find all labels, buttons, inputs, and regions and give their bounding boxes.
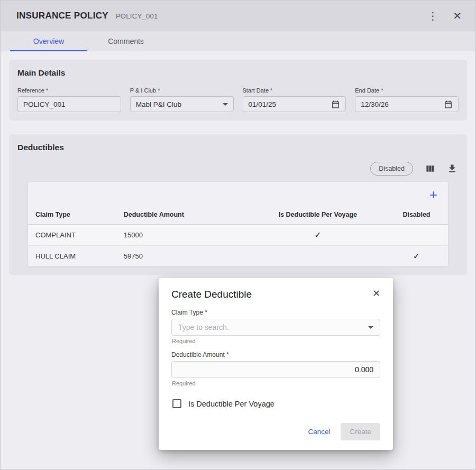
col-disabled: Disabled [385,205,448,225]
header-actions: ⋮ ✕ [427,11,462,21]
deductibles-toolbar: Disabled [17,162,457,176]
add-deductible-button[interactable]: + [429,188,437,201]
claim-type-label: Claim Type * [171,309,380,316]
dialog-header: Create Deductible ✕ [171,289,380,300]
club-label: P & I Club * [130,87,234,94]
col-is-deductible-per-voyage: Is Deductible Per Voyage [251,205,385,225]
is-deductible-per-voyage-checkbox[interactable]: Is Deductible Per Voyage [172,399,380,408]
claim-type-required-hint: Required [172,338,380,344]
dialog-title: Create Deductible [171,289,252,300]
claim-type-combo[interactable] [171,319,380,336]
deductible-amount-label: Deductible Amount * [171,351,380,358]
disabled-filter-label: Disabled [379,165,405,172]
create-deductible-dialog: Create Deductible ✕ Claim Type * Require… [159,278,393,450]
reference-input[interactable] [17,96,121,112]
main-details-title: Main Details [17,68,459,78]
col-claim-type: Claim Type [28,205,116,225]
start-date-label: Start Date * [243,87,346,94]
start-date-value: 01/01/25 [249,100,277,108]
check-icon [251,246,385,267]
cell-claim-type: COMPLAINT [28,225,116,246]
calendar-icon [331,100,340,109]
reference-label: Reference * [17,87,121,94]
end-date-input[interactable]: 12/30/26 [355,96,459,112]
deductible-amount-field: Deductible Amount * Required [171,351,380,386]
end-date-field: End Date * 12/30/26 [355,87,459,112]
col-deductible-amount: Deductible Amount [116,205,251,225]
tab-comments-label: Comments [108,37,144,45]
close-icon[interactable]: ✕ [453,11,462,21]
table-row[interactable]: COMPLAINT 15000 ✓ [28,225,448,246]
insurance-policy-window: INSURANCE POLICY POLICY_001 ⋮ ✕ Overview… [0,0,476,470]
create-button[interactable]: Create [341,423,380,440]
end-date-value: 12/30/26 [361,100,389,108]
check-icon: ✓ [385,246,448,267]
table-actions: + [28,182,448,205]
claim-type-search-input[interactable] [177,322,368,332]
deductibles-panel: Deductibles Disabled + [9,134,467,275]
club-field: P & I Club * Mabl P&I Club [130,87,234,112]
main-details-fields: Reference * P & I Club * Mabl P&I Club S… [17,87,459,112]
check-icon [385,225,448,246]
chevron-down-icon [223,103,228,106]
club-select[interactable]: Mabl P&I Club [130,96,234,112]
start-date-field: Start Date * 01/01/25 [243,87,346,112]
dialog-close-icon[interactable]: ✕ [372,289,380,298]
deductibles-title: Deductibles [17,143,459,152]
checkbox-label: Is Deductible Per Voyage [188,400,274,408]
policy-id: POLICY_001 [116,12,158,20]
tab-overview[interactable]: Overview [10,31,87,51]
table-row[interactable]: HULL CLAIM 59750 ✓ [28,246,448,267]
cancel-button[interactable]: Cancel [305,423,333,440]
club-value: Mabl P&I Club [136,100,181,108]
page-title: INSURANCE POLICY [16,11,108,21]
kebab-menu-icon[interactable]: ⋮ [427,11,438,21]
columns-icon[interactable] [425,163,435,174]
deductible-amount-input[interactable] [171,361,380,378]
end-date-label: End Date * [355,87,459,94]
disabled-filter-button[interactable]: Disabled [370,162,413,176]
claim-type-field: Claim Type * Required [171,309,380,344]
chevron-down-icon [368,326,373,329]
cell-amount: 15000 [116,225,251,246]
main-content: Main Details Reference * P & I Club * Ma… [1,51,475,283]
cell-amount: 59750 [116,246,251,267]
amount-required-hint: Required [172,380,380,386]
title-group: INSURANCE POLICY POLICY_001 [16,11,158,21]
reference-field: Reference * [17,87,121,112]
window-header: INSURANCE POLICY POLICY_001 ⋮ ✕ [1,1,475,31]
table-header-row: Claim Type Deductible Amount Is Deductib… [28,205,448,225]
download-icon[interactable] [447,163,457,174]
deductibles-table-card: + Claim Type Deductible Amount Is Deduct… [28,182,448,266]
tab-bar: Overview Comments [1,31,475,51]
cell-claim-type: HULL CLAIM [28,246,116,267]
calendar-icon [444,100,453,109]
checkbox-icon[interactable] [172,399,181,408]
deductibles-table: Claim Type Deductible Amount Is Deductib… [28,205,448,266]
main-details-panel: Main Details Reference * P & I Club * Ma… [9,60,467,121]
dialog-footer: Cancel Create [171,423,380,440]
check-icon: ✓ [251,225,385,246]
start-date-input[interactable]: 01/01/25 [243,96,346,112]
tab-overview-label: Overview [33,37,64,45]
tab-comments[interactable]: Comments [87,31,164,51]
